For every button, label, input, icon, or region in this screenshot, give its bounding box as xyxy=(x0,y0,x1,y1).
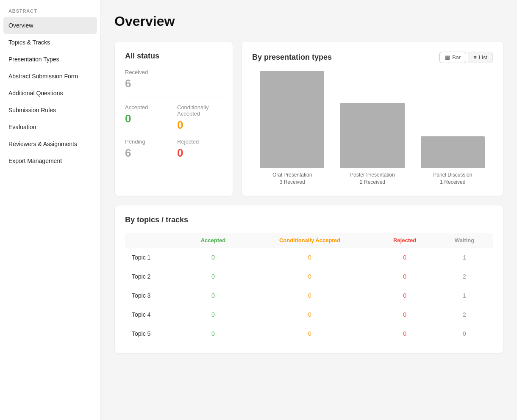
cond-accepted-value: 0 xyxy=(246,248,373,267)
topic-name: Topic 1 xyxy=(125,248,181,267)
presentation-types-header: By presentation types ▩ Bar ≡ List xyxy=(252,52,493,63)
waiting-col-header: Waiting xyxy=(436,233,493,248)
table-row: Topic 50000 xyxy=(125,324,493,343)
sidebar-section-label: ABSTRACT xyxy=(0,0,100,17)
accepted-value: 0 xyxy=(181,248,246,267)
pending-item: Pending 6 xyxy=(125,138,170,160)
accepted-value: 0 xyxy=(181,305,246,324)
cond-accepted-value: 0 xyxy=(246,305,373,324)
rejected-value: 0 xyxy=(373,248,436,267)
sidebar-item-evaluation[interactable]: Evaluation xyxy=(0,119,100,135)
table-row: Topic 10001 xyxy=(125,248,493,267)
received-label: Received xyxy=(125,69,222,75)
pending-label: Pending xyxy=(125,138,170,145)
status-grid: Accepted 0 Conditionally Accepted 0 Pend… xyxy=(125,104,222,160)
waiting-value: 1 xyxy=(436,286,493,305)
bar-label: Oral Presentation3 Received xyxy=(272,171,312,186)
topics-table: Accepted Conditionally Accepted Rejected… xyxy=(125,233,493,343)
cond-accepted-value: 0 xyxy=(246,324,373,343)
waiting-value: 2 xyxy=(436,305,493,324)
accepted-value: 0 xyxy=(125,112,131,125)
list-icon: ≡ xyxy=(473,54,477,61)
bar-view-button[interactable]: ▩ Bar xyxy=(439,52,466,63)
view-toggle: ▩ Bar ≡ List xyxy=(439,52,493,63)
accepted-label: Accepted xyxy=(125,104,170,111)
bar xyxy=(421,136,485,169)
accepted-value: 0 xyxy=(181,324,246,343)
presentation-types-card: By presentation types ▩ Bar ≡ List Oral … xyxy=(242,41,503,196)
topics-table-body: Topic 10001Topic 20002Topic 30001Topic 4… xyxy=(125,248,493,343)
cond-accepted-item: Conditionally Accepted 0 xyxy=(177,104,222,132)
bar-chart-icon: ▩ xyxy=(445,54,450,61)
bar-label: Panel Discussion1 Received xyxy=(433,171,472,186)
topic-name: Topic 3 xyxy=(125,286,181,305)
table-row: Topic 40002 xyxy=(125,305,493,324)
waiting-value: 1 xyxy=(436,248,493,267)
accepted-item: Accepted 0 xyxy=(125,104,170,132)
bar-group: Panel Discussion1 Received xyxy=(413,136,493,186)
cond-accepted-value: 0 xyxy=(177,119,183,131)
sidebar-item-reviewers-assignments[interactable]: Reviewers & Assignments xyxy=(0,135,100,152)
cond-accepted-label: Conditionally Accepted xyxy=(177,104,222,117)
topic-name: Topic 2 xyxy=(125,267,181,286)
received-value: 6 xyxy=(125,77,131,90)
list-view-button[interactable]: ≡ List xyxy=(468,52,493,63)
table-row: Topic 30001 xyxy=(125,286,493,305)
bar xyxy=(260,71,324,168)
bar-group: Poster Presentation2 Received xyxy=(332,103,412,186)
bar-chart: Oral Presentation3 ReceivedPoster Presen… xyxy=(252,72,493,186)
rejected-value: 0 xyxy=(177,146,183,159)
sidebar-item-additional-questions[interactable]: Additional Questions xyxy=(0,85,100,102)
page-title: Overview xyxy=(114,14,503,29)
sidebar-item-abstract-submission-form[interactable]: Abstract Submission Form xyxy=(0,68,100,85)
topic-name: Topic 4 xyxy=(125,305,181,324)
cond-accepted-value: 0 xyxy=(246,267,373,286)
accepted-value: 0 xyxy=(181,286,246,305)
rejected-label: Rejected xyxy=(177,138,222,145)
presentation-types-title: By presentation types xyxy=(252,53,332,62)
table-row: Topic 20002 xyxy=(125,267,493,286)
list-view-label: List xyxy=(479,54,487,61)
sidebar-item-export-management[interactable]: Export Management xyxy=(0,152,100,169)
all-status-card: All status Received 6 Accepted 0 Conditi… xyxy=(114,41,233,196)
bar xyxy=(340,103,404,168)
waiting-value: 0 xyxy=(436,324,493,343)
topic-col-header xyxy=(125,233,181,248)
topics-tracks-card: By topics / tracks Accepted Conditionall… xyxy=(114,205,503,354)
sidebar-item-presentation-types[interactable]: Presentation Types xyxy=(0,51,100,68)
accepted-value: 0 xyxy=(181,267,246,286)
all-status-title: All status xyxy=(125,52,222,61)
rejected-col-header: Rejected xyxy=(373,233,436,248)
topics-tracks-title: By topics / tracks xyxy=(125,216,493,224)
waiting-value: 2 xyxy=(436,267,493,286)
top-cards-row: All status Received 6 Accepted 0 Conditi… xyxy=(114,41,503,196)
rejected-value: 0 xyxy=(373,286,436,305)
pending-value: 6 xyxy=(125,146,131,159)
rejected-item: Rejected 0 xyxy=(177,138,222,160)
received-item: Received 6 xyxy=(125,69,222,90)
cond-accepted-col-header: Conditionally Accepted xyxy=(246,233,373,248)
bar-label: Poster Presentation2 Received xyxy=(350,171,395,186)
main-content: Overview All status Received 6 Accepted … xyxy=(101,0,517,420)
status-divider xyxy=(125,97,222,97)
topics-header-row: Accepted Conditionally Accepted Rejected… xyxy=(125,233,493,248)
topics-table-header: Accepted Conditionally Accepted Rejected… xyxy=(125,233,493,248)
rejected-value: 0 xyxy=(373,267,436,286)
sidebar-item-submission-rules[interactable]: Submission Rules xyxy=(0,102,100,119)
sidebar: ABSTRACT Overview Topics & Tracks Presen… xyxy=(0,0,101,420)
rejected-value: 0 xyxy=(373,324,436,343)
bar-group: Oral Presentation3 Received xyxy=(252,71,332,186)
sidebar-item-overview[interactable]: Overview xyxy=(3,17,97,34)
sidebar-item-topics-tracks[interactable]: Topics & Tracks xyxy=(0,34,100,51)
topic-name: Topic 5 xyxy=(125,324,181,343)
bar-view-label: Bar xyxy=(452,54,461,61)
rejected-value: 0 xyxy=(373,305,436,324)
cond-accepted-value: 0 xyxy=(246,286,373,305)
accepted-col-header: Accepted xyxy=(181,233,246,248)
